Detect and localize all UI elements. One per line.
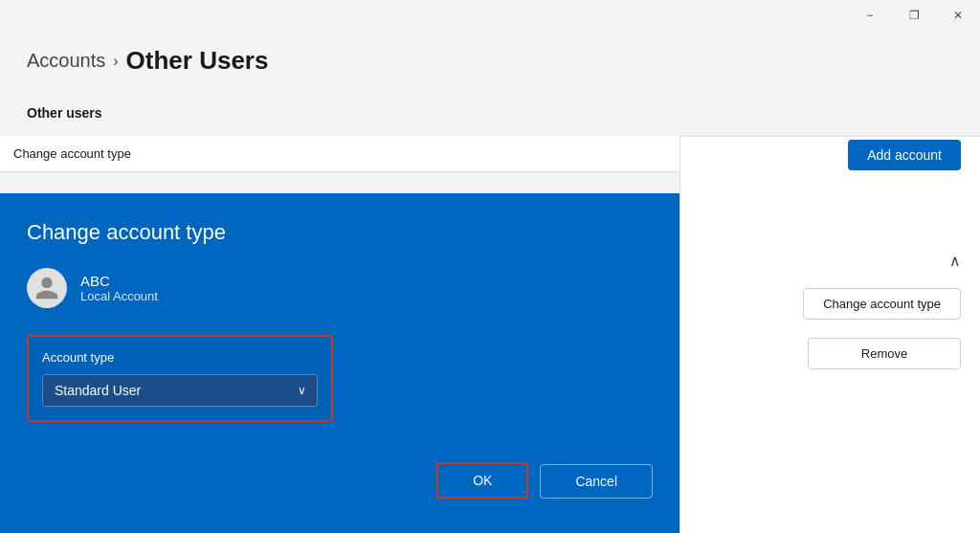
change-account-type-panel-button[interactable]: Change account type [803,288,961,320]
chevron-up-icon[interactable]: ∧ [949,252,961,270]
dialog-title: Change account type [27,220,653,245]
dialog-title-bar: Change account type [0,136,679,172]
account-type-label: Account type [42,350,318,365]
right-panel: ∧ Change account type Remove [679,136,980,533]
change-account-type-dialog: Change account type ABC Local Account Ac… [0,193,679,533]
user-account-type: Local Account [80,289,158,303]
account-type-select-wrapper: Standard User Administrator ∨ [42,374,318,407]
remove-button[interactable]: Remove [808,338,961,369]
close-button[interactable]: ✕ [936,0,980,31]
maximize-button[interactable]: ❐ [892,0,936,31]
breadcrumb-chevron-icon: › [113,53,118,70]
user-avatar-icon [33,275,60,301]
breadcrumb-current: Other Users [126,46,269,76]
account-type-section: Account type Standard User Administrator… [27,335,333,422]
dialog-footer: OK Cancel [27,422,653,506]
user-details: ABC Local Account [80,273,158,303]
dialog-titlebar-label: Change account type [13,146,131,161]
breadcrumb: Accounts › Other Users [27,46,268,76]
other-users-label: Other users [27,105,102,121]
user-info-row: ABC Local Account [27,268,653,308]
cancel-button[interactable]: Cancel [540,464,653,499]
breadcrumb-accounts[interactable]: Accounts [27,50,105,72]
account-type-select[interactable]: Standard User Administrator [42,374,318,407]
add-account-button[interactable]: Add account [848,140,961,170]
ok-button[interactable]: OK [436,462,528,499]
content-area: ∧ Change account type Remove Add account… [0,136,980,533]
title-bar: − ❐ ✕ [848,0,980,31]
user-name: ABC [80,273,158,289]
avatar [27,268,67,308]
minimize-button[interactable]: − [848,0,892,31]
